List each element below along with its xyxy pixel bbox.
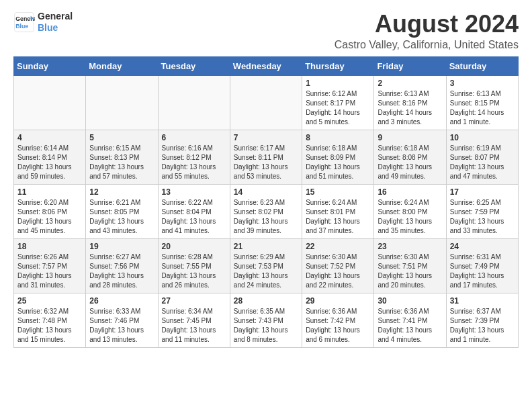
calendar-cell: 10Sunrise: 6:19 AM Sunset: 8:07 PM Dayli… xyxy=(446,130,518,184)
day-number: 23 xyxy=(378,242,442,251)
calendar-cell: 22Sunrise: 6:30 AM Sunset: 7:52 PM Dayli… xyxy=(302,238,374,293)
calendar-cell: 25Sunrise: 6:32 AM Sunset: 7:48 PM Dayli… xyxy=(14,293,86,347)
day-number: 31 xyxy=(450,296,515,306)
calendar-cell: 1Sunrise: 6:12 AM Sunset: 8:17 PM Daylig… xyxy=(302,75,374,130)
day-number: 12 xyxy=(89,187,154,197)
day-number: 16 xyxy=(378,187,442,197)
weekday-header-friday: Friday xyxy=(374,56,446,75)
calendar-cell xyxy=(230,75,302,130)
day-number: 27 xyxy=(162,296,226,306)
day-number: 6 xyxy=(162,133,226,142)
calendar-cell: 31Sunrise: 6:37 AM Sunset: 7:39 PM Dayli… xyxy=(446,293,518,347)
day-info: Sunrise: 6:35 AM Sunset: 7:43 PM Dayligh… xyxy=(234,307,298,345)
logo-text-general: General xyxy=(38,11,73,22)
day-info: Sunrise: 6:13 AM Sunset: 8:16 PM Dayligh… xyxy=(378,89,442,127)
day-number: 1 xyxy=(306,79,370,88)
weekday-header-row: SundayMondayTuesdayWednesdayThursdayFrid… xyxy=(14,56,519,75)
day-info: Sunrise: 6:32 AM Sunset: 7:48 PM Dayligh… xyxy=(17,307,82,345)
logo: General Blue General Blue xyxy=(13,11,73,34)
week-row-1: 1Sunrise: 6:12 AM Sunset: 8:17 PM Daylig… xyxy=(14,75,519,130)
day-number: 14 xyxy=(234,187,298,197)
calendar-cell: 4Sunrise: 6:14 AM Sunset: 8:14 PM Daylig… xyxy=(14,130,86,184)
day-number: 4 xyxy=(17,133,82,142)
weekday-header-saturday: Saturday xyxy=(446,56,518,75)
calendar-cell: 14Sunrise: 6:23 AM Sunset: 8:02 PM Dayli… xyxy=(230,184,302,238)
calendar-cell: 19Sunrise: 6:27 AM Sunset: 7:56 PM Dayli… xyxy=(86,238,158,293)
day-info: Sunrise: 6:13 AM Sunset: 8:15 PM Dayligh… xyxy=(450,89,515,127)
day-number: 3 xyxy=(450,79,515,88)
weekday-header-wednesday: Wednesday xyxy=(230,56,302,75)
week-row-5: 25Sunrise: 6:32 AM Sunset: 7:48 PM Dayli… xyxy=(14,293,519,347)
title-block: August 2024 Castro Valley, California, U… xyxy=(335,11,519,51)
week-row-3: 11Sunrise: 6:20 AM Sunset: 8:06 PM Dayli… xyxy=(14,184,519,238)
day-info: Sunrise: 6:12 AM Sunset: 8:17 PM Dayligh… xyxy=(306,89,370,127)
calendar-cell: 17Sunrise: 6:25 AM Sunset: 7:59 PM Dayli… xyxy=(446,184,518,238)
day-info: Sunrise: 6:18 AM Sunset: 8:09 PM Dayligh… xyxy=(306,144,370,181)
weekday-header-monday: Monday xyxy=(86,56,158,75)
month-title: August 2024 xyxy=(335,11,519,38)
calendar-cell: 2Sunrise: 6:13 AM Sunset: 8:16 PM Daylig… xyxy=(374,75,446,130)
calendar-cell: 29Sunrise: 6:36 AM Sunset: 7:42 PM Dayli… xyxy=(302,293,374,347)
calendar-cell: 28Sunrise: 6:35 AM Sunset: 7:43 PM Dayli… xyxy=(230,293,302,347)
calendar-cell: 3Sunrise: 6:13 AM Sunset: 8:15 PM Daylig… xyxy=(446,75,518,130)
day-info: Sunrise: 6:25 AM Sunset: 7:59 PM Dayligh… xyxy=(450,198,515,236)
day-info: Sunrise: 6:30 AM Sunset: 7:51 PM Dayligh… xyxy=(378,253,442,290)
day-info: Sunrise: 6:24 AM Sunset: 8:01 PM Dayligh… xyxy=(306,198,370,236)
day-number: 7 xyxy=(234,133,298,142)
day-number: 5 xyxy=(89,133,154,142)
calendar-cell xyxy=(14,75,86,130)
day-number: 19 xyxy=(89,242,154,251)
calendar-cell: 8Sunrise: 6:18 AM Sunset: 8:09 PM Daylig… xyxy=(302,130,374,184)
day-number: 21 xyxy=(234,242,298,251)
day-number: 15 xyxy=(306,187,370,197)
day-info: Sunrise: 6:19 AM Sunset: 8:07 PM Dayligh… xyxy=(450,144,515,181)
calendar-table: SundayMondayTuesdayWednesdayThursdayFrid… xyxy=(13,56,519,348)
day-info: Sunrise: 6:15 AM Sunset: 8:13 PM Dayligh… xyxy=(89,144,154,181)
calendar-cell xyxy=(158,75,230,130)
weekday-header-thursday: Thursday xyxy=(302,56,374,75)
day-number: 30 xyxy=(378,296,442,306)
logo-text-blue: Blue xyxy=(38,22,73,34)
calendar-cell: 15Sunrise: 6:24 AM Sunset: 8:01 PM Dayli… xyxy=(302,184,374,238)
calendar-cell: 27Sunrise: 6:34 AM Sunset: 7:45 PM Dayli… xyxy=(158,293,230,347)
calendar-cell: 13Sunrise: 6:22 AM Sunset: 8:04 PM Dayli… xyxy=(158,184,230,238)
day-number: 20 xyxy=(162,242,226,251)
day-number: 24 xyxy=(450,242,515,251)
calendar-cell: 30Sunrise: 6:36 AM Sunset: 7:41 PM Dayli… xyxy=(374,293,446,347)
calendar-cell: 18Sunrise: 6:26 AM Sunset: 7:57 PM Dayli… xyxy=(14,238,86,293)
day-number: 2 xyxy=(378,79,442,88)
day-info: Sunrise: 6:36 AM Sunset: 7:42 PM Dayligh… xyxy=(306,307,370,345)
logo-icon: General Blue xyxy=(13,11,35,33)
calendar-cell: 12Sunrise: 6:21 AM Sunset: 8:05 PM Dayli… xyxy=(86,184,158,238)
calendar-cell: 23Sunrise: 6:30 AM Sunset: 7:51 PM Dayli… xyxy=(374,238,446,293)
day-number: 11 xyxy=(17,187,82,197)
day-info: Sunrise: 6:23 AM Sunset: 8:02 PM Dayligh… xyxy=(234,198,298,236)
day-number: 13 xyxy=(162,187,226,197)
location-title: Castro Valley, California, United States xyxy=(335,39,519,51)
calendar-cell: 11Sunrise: 6:20 AM Sunset: 8:06 PM Dayli… xyxy=(14,184,86,238)
day-info: Sunrise: 6:22 AM Sunset: 8:04 PM Dayligh… xyxy=(162,198,226,236)
day-info: Sunrise: 6:16 AM Sunset: 8:12 PM Dayligh… xyxy=(162,144,226,181)
day-info: Sunrise: 6:31 AM Sunset: 7:49 PM Dayligh… xyxy=(450,253,515,290)
day-number: 9 xyxy=(378,133,442,142)
day-number: 18 xyxy=(17,242,82,251)
day-number: 28 xyxy=(234,296,298,306)
day-number: 10 xyxy=(450,133,515,142)
svg-text:Blue: Blue xyxy=(15,23,28,30)
calendar-cell: 16Sunrise: 6:24 AM Sunset: 8:00 PM Dayli… xyxy=(374,184,446,238)
calendar-cell: 9Sunrise: 6:18 AM Sunset: 8:08 PM Daylig… xyxy=(374,130,446,184)
weekday-header-sunday: Sunday xyxy=(14,56,86,75)
day-info: Sunrise: 6:29 AM Sunset: 7:53 PM Dayligh… xyxy=(234,253,298,290)
calendar-cell: 21Sunrise: 6:29 AM Sunset: 7:53 PM Dayli… xyxy=(230,238,302,293)
calendar-cell: 5Sunrise: 6:15 AM Sunset: 8:13 PM Daylig… xyxy=(86,130,158,184)
day-info: Sunrise: 6:20 AM Sunset: 8:06 PM Dayligh… xyxy=(17,198,82,236)
calendar-cell: 7Sunrise: 6:17 AM Sunset: 8:11 PM Daylig… xyxy=(230,130,302,184)
svg-text:General: General xyxy=(15,15,35,22)
day-number: 17 xyxy=(450,187,515,197)
weekday-header-tuesday: Tuesday xyxy=(158,56,230,75)
day-info: Sunrise: 6:30 AM Sunset: 7:52 PM Dayligh… xyxy=(306,253,370,290)
day-number: 22 xyxy=(306,242,370,251)
calendar-cell: 24Sunrise: 6:31 AM Sunset: 7:49 PM Dayli… xyxy=(446,238,518,293)
calendar-cell: 20Sunrise: 6:28 AM Sunset: 7:55 PM Dayli… xyxy=(158,238,230,293)
header: General Blue General Blue August 2024 Ca… xyxy=(13,11,519,51)
